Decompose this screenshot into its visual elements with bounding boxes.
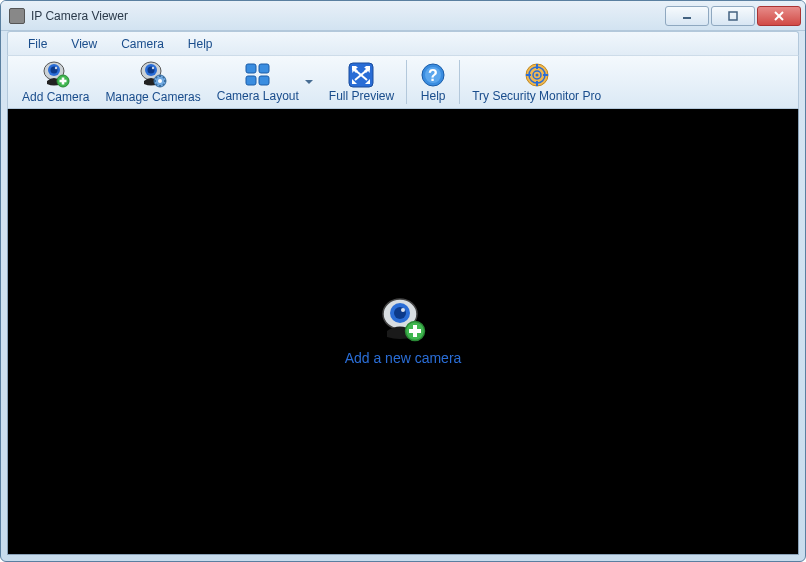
chevron-down-icon bbox=[305, 80, 313, 84]
try-security-label: Try Security Monitor Pro bbox=[472, 89, 601, 103]
toolbar-separator bbox=[459, 60, 460, 104]
help-label: Help bbox=[421, 89, 446, 103]
menu-view[interactable]: View bbox=[61, 35, 107, 53]
camera-viewport: Add a new camera bbox=[7, 109, 799, 555]
maximize-icon bbox=[728, 11, 738, 21]
svg-line-21 bbox=[163, 84, 164, 85]
add-camera-placeholder[interactable]: Add a new camera bbox=[345, 298, 462, 366]
title-bar: IP Camera Viewer bbox=[1, 1, 805, 31]
svg-line-22 bbox=[156, 84, 157, 85]
window-title: IP Camera Viewer bbox=[31, 9, 665, 23]
toolbar: Add Camera bbox=[7, 55, 799, 109]
minimize-button[interactable] bbox=[665, 6, 709, 26]
camera-add-large-icon bbox=[378, 298, 428, 344]
menu-bar: File View Camera Help bbox=[7, 31, 799, 55]
svg-point-14 bbox=[152, 66, 154, 68]
close-button[interactable] bbox=[757, 6, 801, 26]
app-icon bbox=[9, 8, 25, 24]
help-button[interactable]: ? Help bbox=[411, 57, 455, 107]
full-preview-button[interactable]: Full Preview bbox=[321, 57, 402, 107]
add-camera-placeholder-label: Add a new camera bbox=[345, 350, 462, 366]
svg-point-24 bbox=[158, 79, 162, 83]
svg-text:?: ? bbox=[428, 67, 438, 84]
svg-rect-28 bbox=[259, 76, 269, 85]
try-security-monitor-button[interactable]: Try Security Monitor Pro bbox=[464, 57, 609, 107]
menu-file[interactable]: File bbox=[18, 35, 57, 53]
svg-rect-25 bbox=[246, 64, 256, 73]
add-camera-label: Add Camera bbox=[22, 90, 89, 104]
svg-point-7 bbox=[54, 66, 56, 68]
manage-cameras-label: Manage Cameras bbox=[105, 90, 200, 104]
svg-rect-1 bbox=[729, 12, 737, 20]
camera-add-icon bbox=[41, 61, 71, 89]
svg-point-42 bbox=[535, 73, 538, 76]
svg-line-23 bbox=[163, 76, 164, 77]
camera-gear-icon bbox=[138, 61, 168, 89]
window-controls bbox=[665, 6, 801, 26]
svg-rect-27 bbox=[246, 76, 256, 85]
toolbar-separator bbox=[406, 60, 407, 104]
minimize-icon bbox=[682, 11, 692, 21]
menu-camera[interactable]: Camera bbox=[111, 35, 174, 53]
target-icon bbox=[523, 62, 551, 88]
svg-rect-26 bbox=[259, 64, 269, 73]
fullscreen-icon bbox=[347, 62, 375, 88]
svg-rect-53 bbox=[409, 329, 421, 333]
manage-cameras-button[interactable]: Manage Cameras bbox=[97, 57, 208, 107]
svg-point-50 bbox=[401, 308, 405, 312]
maximize-button[interactable] bbox=[711, 6, 755, 26]
help-icon: ? bbox=[419, 62, 447, 88]
svg-line-20 bbox=[156, 76, 157, 77]
menu-help[interactable]: Help bbox=[178, 35, 223, 53]
camera-layout-button[interactable]: Camera Layout bbox=[209, 57, 321, 107]
full-preview-label: Full Preview bbox=[329, 89, 394, 103]
close-icon bbox=[774, 11, 784, 21]
add-camera-button[interactable]: Add Camera bbox=[14, 57, 97, 107]
svg-rect-10 bbox=[59, 79, 66, 82]
camera-layout-label: Camera Layout bbox=[217, 89, 299, 103]
app-window: IP Camera Viewer File View Camera Help bbox=[0, 0, 806, 562]
grid-layout-icon bbox=[244, 62, 272, 88]
